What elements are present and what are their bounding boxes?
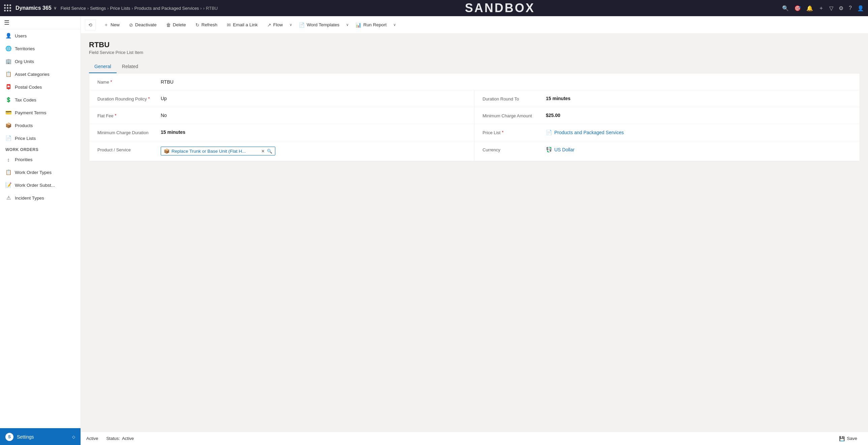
products-icon: 📦 — [5, 122, 11, 128]
postal-icon: 📮 — [5, 84, 11, 90]
word-templates-dropdown-button[interactable]: ∨ — [345, 21, 350, 29]
word-templates-button[interactable]: 📄 Word Templates — [295, 20, 343, 30]
content-area: ⟲ ＋ New ⊘ Deactivate 🗑 Delete ↻ Refresh … — [81, 16, 868, 445]
form-grid: Name * RTBU Duration Rounding Policy * U… — [89, 73, 860, 161]
page-subtitle: Field Service Price List Item — [89, 50, 860, 55]
price-list-value[interactable]: 📄 Products and Packaged Services — [546, 129, 851, 136]
sidebar-header: ☰ — [0, 16, 81, 29]
help-icon[interactable]: ? — [849, 5, 852, 11]
duration-policy-value: Up — [161, 96, 466, 101]
status-text-label: Status: — [106, 436, 120, 441]
app-launcher-icon[interactable] — [4, 4, 11, 12]
breadcrumb-field-service[interactable]: Field Service — [61, 6, 86, 11]
tabs: General Related — [89, 60, 860, 73]
name-required: * — [111, 80, 112, 84]
product-service-label: Product / Service — [97, 147, 158, 152]
incident-icon: ⚠ — [5, 195, 11, 201]
flow-button[interactable]: ↗ Flow — [263, 20, 287, 30]
sidebar-item-priorities[interactable]: ↕ Priorities — [0, 153, 81, 166]
asset-icon: 📋 — [5, 71, 11, 77]
toolbar: ⟲ ＋ New ⊘ Deactivate 🗑 Delete ↻ Refresh … — [81, 16, 868, 34]
sidebar-item-territories[interactable]: 🌐 Territories — [0, 42, 81, 55]
target-icon[interactable]: 🎯 — [794, 5, 801, 11]
sidebar-item-postal-codes[interactable]: 📮 Postal Codes — [0, 81, 81, 93]
run-report-dropdown-button[interactable]: ∨ — [392, 21, 397, 29]
breadcrumb-price-lists[interactable]: Price Lists — [110, 6, 130, 11]
price-list-label: Price List * — [483, 129, 543, 135]
tab-related[interactable]: Related — [117, 60, 144, 73]
sidebar-item-payment-terms[interactable]: 💳 Payment Terms — [0, 106, 81, 119]
sidebar-item-work-order-types[interactable]: 📋 Work Order Types — [0, 166, 81, 179]
sidebar-item-work-order-subst[interactable]: 📝 Work Order Subst... — [0, 179, 81, 191]
email-link-button[interactable]: ✉ Email a Link — [223, 20, 262, 30]
flat-fee-label: Flat Fee * — [97, 113, 158, 118]
form-card: Name * RTBU Duration Rounding Policy * U… — [89, 73, 860, 161]
price-list-link-icon: 📄 — [546, 129, 552, 136]
plus-icon[interactable]: ＋ — [818, 5, 824, 12]
status-value: Active — [122, 436, 134, 441]
sidebar-footer-initial: S — [5, 433, 13, 441]
deactivate-icon: ⊘ — [129, 22, 133, 28]
app-name-chevron-icon: ∨ — [54, 6, 57, 10]
min-charge-amount-value: $25.00 — [546, 113, 851, 118]
product-service-lookup[interactable]: 📦 Replace Trunk or Base Unit (Flat H... … — [161, 147, 275, 155]
flat-fee-required: * — [115, 113, 117, 118]
search-icon[interactable]: 🔍 — [782, 5, 789, 11]
user-icon[interactable]: 👤 — [857, 5, 864, 11]
price-list-required: * — [502, 130, 503, 135]
product-service-search-button[interactable]: 🔍 — [267, 149, 272, 154]
sidebar-item-products[interactable]: 📦 Products — [0, 119, 81, 132]
navigate-back-button[interactable]: ⟲ — [85, 20, 96, 30]
app-name[interactable]: Dynamics 365 ∨ — [16, 5, 57, 11]
duration-policy-required: * — [148, 96, 150, 101]
work-order-subst-icon: 📝 — [5, 182, 11, 188]
new-button[interactable]: ＋ New — [100, 20, 124, 30]
sidebar-footer[interactable]: S Settings ◇ — [0, 428, 81, 445]
min-charge-duration-label: Minimum Charge Duration — [97, 129, 158, 135]
bell-icon[interactable]: 🔔 — [806, 5, 813, 11]
sidebar-item-price-lists[interactable]: 📄 Price Lists — [0, 132, 81, 145]
save-button[interactable]: 💾 Save — [834, 434, 863, 443]
deactivate-button[interactable]: ⊘ Deactivate — [125, 20, 161, 30]
sidebar-item-org-units[interactable]: 🏢 Org Units — [0, 55, 81, 68]
run-report-icon: 📊 — [355, 22, 361, 28]
work-orders-section: Work Orders — [0, 145, 81, 153]
form-cell-currency: Currency 💱 US Dollar — [474, 141, 860, 161]
breadcrumb-current: RTBU — [206, 6, 218, 11]
nav-icons: 🔍 🎯 🔔 ＋ ▽ ⚙ ? 👤 — [782, 5, 864, 12]
breadcrumb-rtbu: › — [203, 6, 205, 11]
page-content: RTBU Field Service Price List Item Gener… — [81, 34, 868, 432]
status-active-label: Active — [86, 436, 98, 441]
refresh-button[interactable]: ↻ Refresh — [191, 20, 221, 30]
currency-label: Currency — [483, 147, 543, 152]
product-service-clear-button[interactable]: ✕ — [261, 149, 265, 154]
product-lookup-icon: 📦 — [164, 148, 169, 154]
sidebar-item-users[interactable]: 👤 Users — [0, 29, 81, 42]
sidebar-item-incident-types[interactable]: ⚠ Incident Types — [0, 191, 81, 204]
refresh-icon: ↻ — [195, 22, 199, 28]
hamburger-icon[interactable]: ☰ — [4, 19, 9, 26]
breadcrumb-settings[interactable]: Settings — [90, 6, 106, 11]
settings-icon[interactable]: ⚙ — [839, 5, 843, 11]
email-icon: ✉ — [227, 22, 231, 28]
filter-icon[interactable]: ▽ — [829, 5, 833, 11]
form-cell-price-list: Price List * 📄 Products and Packaged Ser… — [474, 124, 860, 141]
globe-icon: 🌐 — [5, 46, 11, 52]
duration-policy-label: Duration Rounding Policy * — [97, 96, 158, 101]
run-report-button[interactable]: 📊 Run Report — [351, 20, 391, 30]
flat-fee-value: No — [161, 113, 466, 118]
sidebar-item-tax-codes[interactable]: 💲 Tax Codes — [0, 93, 81, 106]
sidebar-item-asset-categories[interactable]: 📋 Asset Categories — [0, 68, 81, 81]
form-cell-duration-policy: Duration Rounding Policy * Up — [89, 90, 474, 107]
new-icon: ＋ — [104, 22, 108, 28]
min-charge-amount-label: Minimum Charge Amount — [483, 113, 543, 118]
breadcrumb-products-packaged[interactable]: Products and Packaged Services — [134, 6, 199, 11]
flow-dropdown-button[interactable]: ∨ — [288, 21, 293, 29]
user-icon: 👤 — [5, 33, 11, 39]
sidebar-footer-chevron: ◇ — [72, 435, 75, 439]
tab-general[interactable]: General — [89, 60, 117, 73]
org-icon: 🏢 — [5, 58, 11, 64]
delete-button[interactable]: 🗑 Delete — [162, 20, 190, 30]
currency-value[interactable]: 💱 US Dollar — [546, 147, 851, 153]
form-cell-min-charge-amount: Minimum Charge Amount $25.00 — [474, 107, 860, 124]
